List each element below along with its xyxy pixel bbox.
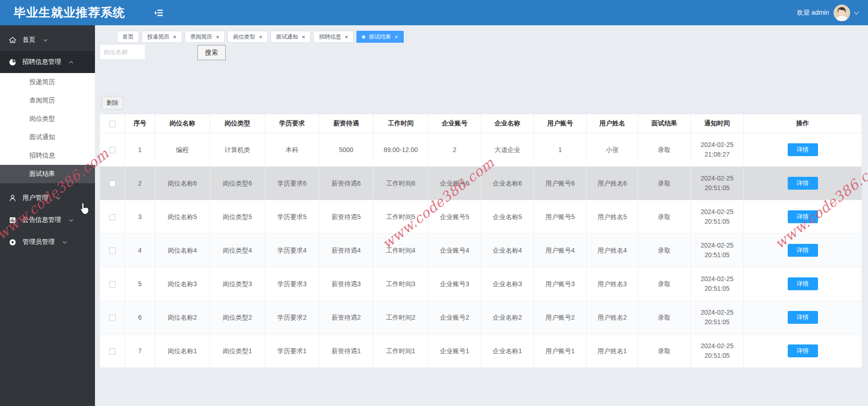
table-cell: 2024-02-25 20:51:05 [691,301,744,334]
row-checkbox[interactable] [109,214,116,220]
table-cell: 2024-02-25 20:51:05 [691,334,744,368]
row-select-cell [100,200,125,234]
tab-label: 查阅简历 [190,33,212,41]
table-cell: 5000 [319,133,373,167]
sidebar-subitem-查阅简历[interactable]: 查阅简历 [0,91,95,110]
table-cell: 用户姓名4 [587,234,638,267]
row-checkbox[interactable] [109,315,116,321]
sidebar-item-user-management[interactable]: 用户管理 [0,187,95,209]
tab-label: 岗位类型 [233,33,255,41]
table-cell: 录取 [638,301,691,334]
column-header-岗位名称: 岗位名称 [155,114,210,133]
table-cell: 3 [125,200,155,234]
row-select-cell [100,334,125,368]
tab-首页[interactable]: 首页 [117,31,139,43]
table-cell: 用户账号6 [534,167,587,200]
app-root: 毕业生就业推荐系统 欢迎 admin [0,0,868,406]
sidebar-item-admin-management[interactable]: 管理员管理 [0,231,95,253]
table-cell: 录取 [638,200,691,234]
tab-label: 招聘信息 [319,33,341,41]
row-action-cell: 详情 [744,200,862,234]
table-row: 3岗位名称5岗位类型5学历要求5薪资待遇5工作时间5企业账号5企业名称5用户账号… [100,200,862,234]
sidebar-item-label: 招聘信息管理 [22,58,61,66]
column-header-序号: 序号 [125,114,155,133]
close-icon[interactable]: × [395,34,398,40]
table-cell: 学历要求4 [265,234,319,267]
table-cell: 薪资待遇3 [319,267,373,301]
column-header-薪资待遇: 薪资待遇 [319,114,373,133]
sidebar-subitem-岗位类型[interactable]: 岗位类型 [0,110,95,128]
table-cell: 岗位类型1 [210,334,265,368]
welcome-text: 欢迎 admin [797,9,829,17]
sidebar-item-recruit-management[interactable]: 招聘信息管理 [0,51,95,73]
detail-button[interactable]: 详情 [788,344,818,357]
sidebar-item-home[interactable]: 首页 [0,29,95,51]
table-cell: 89.00-12.00 [373,133,428,167]
close-icon[interactable]: × [259,34,262,40]
table-cell: 录取 [638,234,691,267]
sidebar-item-notice-management[interactable]: 公告信息管理 [0,209,95,231]
close-icon[interactable]: × [302,34,306,40]
sidebar-item-label: 用户管理 [22,194,48,202]
home-icon [9,36,17,44]
table-cell: 2024-02-25 20:51:05 [691,234,744,267]
fold-icon [154,9,164,17]
table-cell: 1 [125,133,155,167]
user-menu[interactable]: 欢迎 admin [797,5,858,21]
table-cell: 2 [125,167,155,200]
sidebar-subitem-投递简历[interactable]: 投递简历 [0,73,95,91]
tab-面试通知[interactable]: 面试通知× [271,31,311,43]
table-cell: 用户账号4 [534,234,587,267]
column-header-岗位类型: 岗位类型 [210,114,265,133]
close-icon[interactable]: × [345,34,348,40]
user-menu-chevron-down-icon [854,10,859,14]
detail-button[interactable]: 详情 [788,311,818,324]
row-checkbox[interactable] [109,180,116,187]
chevron-down-icon [63,239,67,243]
detail-button[interactable]: 详情 [788,177,818,190]
table-cell: 录取 [638,133,691,167]
table-cell: 用户姓名1 [587,334,638,368]
select-all-checkbox[interactable] [109,121,116,127]
table-cell: 学历要求5 [265,200,319,234]
avatar[interactable] [834,5,850,21]
detail-button[interactable]: 详情 [788,143,818,156]
table-cell: 企业名称1 [481,334,534,368]
detail-button[interactable]: 详情 [788,210,818,223]
table-cell: 企业账号5 [428,200,481,234]
table-row: 1编程计算机类本科500089.00-12.002大道企业1小张录取2024-0… [100,133,862,167]
tab-查阅简历[interactable]: 查阅简历× [185,31,225,43]
table-cell: 工作时间1 [373,334,428,368]
row-checkbox[interactable] [109,348,116,355]
row-select-cell [100,133,125,167]
detail-button[interactable]: 详情 [788,277,818,290]
table-cell: 工作时间4 [373,234,428,267]
table-cell: 薪资待遇5 [319,200,373,234]
close-icon[interactable]: × [173,34,177,40]
sidebar-fold-button[interactable] [154,9,164,17]
chevron-down-icon [44,37,47,41]
sidebar-subitem-招聘信息[interactable]: 招聘信息 [0,147,95,165]
tab-面试结果[interactable]: 面试结果× [356,31,404,43]
close-icon[interactable]: × [216,34,220,40]
search-input[interactable] [100,44,145,60]
tab-招聘信息[interactable]: 招聘信息× [313,31,354,43]
table-row: 5岗位名称3岗位类型3学历要求3薪资待遇3工作时间3企业账号3企业名称3用户账号… [100,267,862,301]
detail-button[interactable]: 详情 [788,244,818,257]
row-action-cell: 详情 [744,167,862,200]
sidebar-subitem-面试通知[interactable]: 面试通知 [0,128,95,147]
tab-投递简历[interactable]: 投递简历× [142,31,182,43]
row-checkbox[interactable] [109,281,116,288]
column-header-通知时间: 通知时间 [691,114,744,133]
column-header-用户账号: 用户账号 [534,114,587,133]
sidebar-subitem-面试结果[interactable]: 面试结果 [0,165,95,183]
select-all-cell [100,114,125,133]
row-checkbox[interactable] [109,147,116,153]
tab-岗位类型[interactable]: 岗位类型× [228,31,268,43]
search-button[interactable]: 搜索 [197,45,226,60]
delete-button[interactable]: 删除 [101,96,123,110]
table-cell: 用户账号5 [534,200,587,234]
table-cell: 工作时间6 [373,167,428,200]
table-cell: 岗位类型5 [210,200,265,234]
row-checkbox[interactable] [109,248,116,254]
